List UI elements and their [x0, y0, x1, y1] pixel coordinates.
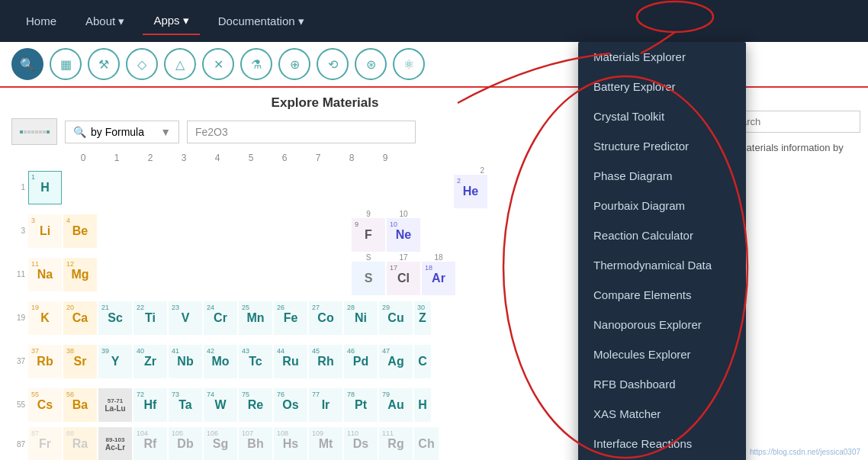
element-Ar[interactable]: 18Ar: [422, 262, 455, 295]
nav-links: Home About ▾ Apps ▾ Documentation ▾: [15, 8, 315, 35]
dropdown-pourbaix-diagram[interactable]: Pourbaix Diagram: [578, 191, 746, 220]
element-Ru[interactable]: 44Ru: [274, 345, 307, 378]
element-Mt[interactable]: 109Mt: [309, 427, 342, 460]
element-Ir[interactable]: 77Ir: [309, 388, 342, 422]
nav-about[interactable]: About ▾: [75, 8, 135, 34]
element-Na[interactable]: 11Na: [28, 258, 62, 291]
nav-home[interactable]: Home: [15, 8, 67, 34]
dropdown-materials-explorer[interactable]: Materials Explorer: [578, 42, 746, 72]
watermark: https://blog.csdn.net/jessica0307: [750, 448, 860, 456]
element-Li[interactable]: 3Li: [28, 214, 62, 248]
element-Fr[interactable]: 87Fr: [28, 427, 62, 460]
navbar: Home About ▾ Apps ▾ Documentation ▾: [0, 0, 868, 42]
element-Pd[interactable]: 46Pd: [344, 345, 378, 378]
thermo-icon[interactable]: ⊕: [278, 48, 310, 80]
element-Rf[interactable]: 104Rf: [133, 427, 167, 460]
nav-apps[interactable]: Apps ▾: [143, 8, 199, 35]
element-Zr[interactable]: 40Zr: [133, 345, 167, 378]
element-Rb[interactable]: 37Rb: [28, 345, 62, 378]
element-Os[interactable]: 76Os: [274, 388, 307, 422]
tools-icon[interactable]: ⚒: [88, 48, 120, 80]
element-Ac-Lr[interactable]: 89-103 Ac-Lr: [98, 427, 132, 460]
element-Sg[interactable]: 106Sg: [204, 427, 237, 460]
element-Cn-partial[interactable]: Ch: [414, 427, 439, 460]
element-Sc[interactable]: 21Sc: [98, 301, 132, 335]
dropdown-battery-explorer[interactable]: Battery Explorer: [578, 72, 746, 101]
element-Be[interactable]: 4Be: [63, 214, 97, 248]
atom-icon[interactable]: ⚛: [393, 48, 425, 80]
image-tool-icon[interactable]: ▦: [50, 48, 82, 80]
element-Co[interactable]: 27Co: [309, 301, 342, 335]
element-Ca[interactable]: 20Ca: [63, 301, 97, 335]
element-Ba[interactable]: 56Ba: [63, 388, 97, 422]
cycle-icon[interactable]: ⟲: [317, 48, 349, 80]
element-Sr[interactable]: 38Sr: [63, 345, 97, 378]
element-Ra[interactable]: 88Ra: [63, 427, 97, 460]
dropdown-compare-elements[interactable]: Compare Elements: [578, 280, 746, 310]
crystal-icon[interactable]: ◇: [126, 48, 158, 80]
element-S[interactable]: S: [352, 262, 385, 295]
element-Mn[interactable]: 25Mn: [239, 301, 272, 335]
element-Cd-partial[interactable]: C: [414, 345, 431, 378]
element-Pt[interactable]: 78Pt: [344, 388, 378, 422]
formula-input[interactable]: [187, 121, 416, 143]
element-Au[interactable]: 79Au: [379, 388, 413, 422]
element-Cr[interactable]: 24Cr: [204, 301, 237, 335]
element-W[interactable]: 74W: [204, 388, 237, 422]
nav-docs[interactable]: Documentation ▾: [207, 8, 315, 34]
element-Rh[interactable]: 45Rh: [309, 345, 342, 378]
element-Cu[interactable]: 29Cu: [379, 301, 413, 335]
element-Ti[interactable]: 22Ti: [133, 301, 167, 335]
element-La-Lu[interactable]: 57-71 La-Lu: [98, 388, 132, 422]
dropdown-thermodynamical-data[interactable]: Thermodynamical Data: [578, 250, 746, 280]
periodic-table-thumb[interactable]: [11, 118, 57, 145]
dropdown-structure-predictor[interactable]: Structure Predictor: [578, 131, 746, 161]
settings-ring-icon[interactable]: ⊛: [355, 48, 387, 80]
cross-icon[interactable]: ✕: [202, 48, 234, 80]
search-by-select[interactable]: 🔍 by Formula ▼: [65, 121, 179, 143]
search-by-label: by Formula: [91, 126, 144, 138]
element-Ag[interactable]: 47Ag: [379, 345, 413, 378]
element-Rg[interactable]: 111Rg: [379, 427, 413, 460]
element-F[interactable]: 9F: [352, 218, 385, 252]
element-Cs[interactable]: 55Cs: [28, 388, 62, 422]
search-tool-icon[interactable]: 🔍: [11, 48, 43, 80]
element-Fe[interactable]: 26Fe: [274, 301, 307, 335]
element-Mg[interactable]: 12Mg: [63, 258, 97, 291]
dropdown-phase-diagram[interactable]: Phase Diagram: [578, 161, 746, 191]
element-Mo[interactable]: 42Mo: [204, 345, 237, 378]
dropdown-xas-matcher[interactable]: XAS Matcher: [578, 399, 746, 429]
element-Ni[interactable]: 28Ni: [344, 301, 378, 335]
element-Ta[interactable]: 73Ta: [169, 388, 202, 422]
element-H[interactable]: 1H: [28, 171, 62, 204]
element-Hg-partial[interactable]: H: [414, 388, 431, 422]
element-K[interactable]: 19K: [28, 301, 62, 335]
element-Nb[interactable]: 41Nb: [169, 345, 202, 378]
element-Cl[interactable]: 17Cl: [387, 262, 420, 295]
dropdown-rfb-dashboard[interactable]: RFB Dashboard: [578, 369, 746, 399]
dropdown-molecules-explorer[interactable]: Molecules Explorer: [578, 339, 746, 369]
dropdown-crystal-toolkit[interactable]: Crystal Toolkit: [578, 101, 746, 131]
element-Y[interactable]: 39Y: [98, 345, 132, 378]
apps-dropdown: Materials Explorer Battery Explorer Crys…: [578, 42, 746, 460]
element-He[interactable]: 2He: [454, 175, 487, 208]
element-Bh[interactable]: 107Bh: [239, 427, 272, 460]
element-Db[interactable]: 105Db: [169, 427, 202, 460]
element-Re[interactable]: 75Re: [239, 388, 272, 422]
element-Tc[interactable]: 43Tc: [239, 345, 272, 378]
dropdown-interface-reactions[interactable]: Interface Reactions: [578, 429, 746, 458]
element-V[interactable]: 23V: [169, 301, 202, 335]
element-Ds[interactable]: 110Ds: [344, 427, 378, 460]
element-Hf[interactable]: 72Hf: [133, 388, 167, 422]
element-Ne[interactable]: 10Ne: [387, 218, 420, 252]
triangle-icon[interactable]: △: [164, 48, 196, 80]
flask-icon[interactable]: ⚗: [240, 48, 272, 80]
dropdown-nanoporous-explorer[interactable]: Nanoporous Explorer: [578, 310, 746, 339]
dropdown-reaction-calculator[interactable]: Reaction Calculator: [578, 220, 746, 250]
explore-title: Explore Materials: [272, 95, 379, 111]
element-Zn-partial[interactable]: 30Z: [414, 301, 431, 335]
element-Hs[interactable]: 108Hs: [274, 427, 307, 460]
